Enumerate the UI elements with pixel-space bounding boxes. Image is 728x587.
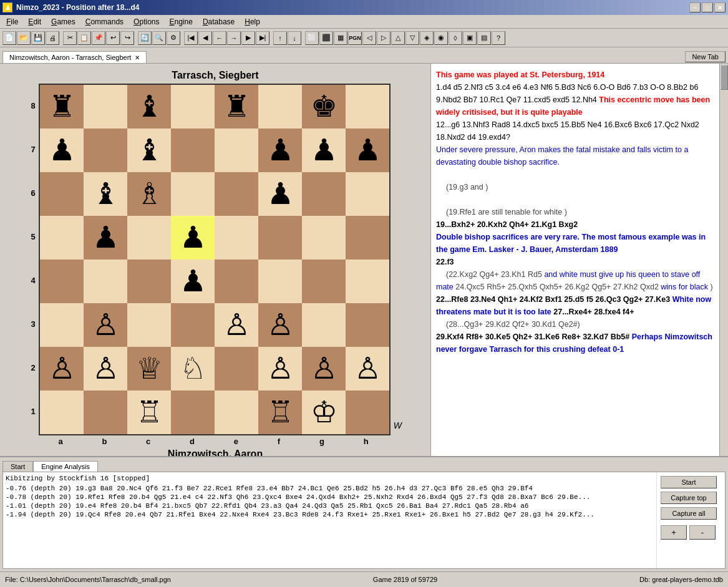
cell-e3[interactable]: ♙ [215, 303, 258, 347]
cell-d5[interactable]: ♟ [171, 216, 215, 260]
chess-board[interactable]: ♜ ♝ ♜ ♚ ♟ ♝ ♟ ♟ ♟ [39, 84, 391, 435]
cell-b5[interactable]: ♟ [84, 216, 127, 260]
tb-cut[interactable]: ✂ [63, 31, 77, 45]
tb-v4[interactable]: ▽ [405, 31, 419, 45]
cell-h4[interactable] [346, 260, 389, 303]
cell-f7[interactable]: ♟ [258, 129, 302, 172]
cell-g7[interactable]: ♟ [302, 129, 346, 172]
cell-b4[interactable] [84, 260, 127, 303]
cell-g3[interactable] [302, 303, 346, 347]
close-button[interactable]: ✕ [714, 2, 726, 12]
cell-e5[interactable] [215, 216, 258, 260]
cell-f8[interactable] [258, 85, 302, 129]
tb-paste[interactable]: 📌 [92, 31, 105, 45]
cell-h2[interactable]: ♙ [346, 347, 389, 391]
cell-a4[interactable] [40, 260, 84, 303]
tb-v8[interactable]: ▣ [463, 31, 477, 45]
cell-f2[interactable]: ♙ [258, 347, 302, 391]
cell-c5[interactable] [127, 216, 171, 260]
cell-b8[interactable] [84, 85, 127, 129]
cell-c7[interactable]: ♝ [127, 129, 171, 172]
cell-d2[interactable]: ♘ [171, 347, 215, 391]
engine-minus-button[interactable]: - [689, 525, 716, 540]
cell-b7[interactable] [84, 129, 127, 172]
tb-v6[interactable]: ◉ [434, 31, 448, 45]
cell-g6[interactable] [302, 172, 346, 216]
tb-v9[interactable]: ▤ [477, 31, 491, 45]
cell-c6[interactable]: ♗ [127, 172, 171, 216]
cell-b6[interactable]: ♝ [84, 172, 127, 216]
tb-v3[interactable]: △ [391, 31, 405, 45]
engine-capture-top-button[interactable]: Capture top [661, 492, 717, 504]
menu-database[interactable]: Database [198, 16, 240, 27]
cell-b3[interactable]: ♙ [84, 303, 127, 347]
cell-a6[interactable] [40, 172, 84, 216]
tb-down[interactable]: ↓ [288, 31, 301, 45]
tab-start[interactable]: Start [2, 461, 33, 472]
cell-d6[interactable] [171, 172, 215, 216]
tb-undo[interactable]: ↩ [106, 31, 120, 45]
tb-forward[interactable]: → [227, 31, 241, 45]
tb-v5[interactable]: ◈ [420, 31, 434, 45]
new-tab-button[interactable]: New Tab [685, 51, 726, 62]
tb-copy[interactable]: 📋 [77, 31, 91, 45]
tb-v1[interactable]: ◁ [362, 31, 376, 45]
tb-view3[interactable]: ▦ [334, 31, 347, 45]
tb-last[interactable]: ▶| [256, 31, 269, 45]
tb-search[interactable]: 🔍 [152, 31, 166, 45]
cell-b1[interactable] [84, 391, 127, 434]
tb-save[interactable]: 💾 [31, 31, 45, 45]
cell-d7[interactable] [171, 129, 215, 172]
engine-start-button[interactable]: Start [661, 476, 717, 488]
menu-edit[interactable]: Edit [23, 16, 46, 27]
tb-help[interactable]: ? [492, 31, 505, 45]
cell-h5[interactable] [346, 216, 389, 260]
cell-d4[interactable]: ♟ [171, 260, 215, 303]
cell-g5[interactable] [302, 216, 346, 260]
cell-a7[interactable]: ♟ [40, 129, 84, 172]
minimize-button[interactable]: ─ [689, 2, 701, 12]
engine-plus-button[interactable]: + [661, 525, 687, 540]
cell-c8[interactable]: ♝ [127, 85, 171, 129]
cell-f6[interactable]: ♟ [258, 172, 302, 216]
cell-a8[interactable]: ♜ [40, 85, 84, 129]
tab-engine-analysis[interactable]: Engine Analysis [33, 461, 98, 472]
menu-file[interactable]: File [1, 16, 23, 27]
cell-a2[interactable]: ♙ [40, 347, 84, 391]
tab-close-button[interactable]: ✕ [135, 54, 140, 61]
cell-d1[interactable] [171, 391, 215, 434]
tb-redo[interactable]: ↪ [120, 31, 134, 45]
menu-commands[interactable]: Commands [80, 16, 129, 27]
cell-h8[interactable] [346, 85, 389, 129]
game-tab[interactable]: Nimzowitsch, Aaron - Tarrasch, Siegbert … [2, 51, 147, 63]
cell-g1[interactable]: ♔ [302, 391, 346, 434]
cell-f5[interactable] [258, 216, 302, 260]
cell-e6[interactable] [215, 172, 258, 216]
tb-filter[interactable]: ⚙ [167, 31, 180, 45]
maximize-button[interactable]: □ [702, 2, 713, 12]
cell-e1[interactable] [215, 391, 258, 434]
cell-h1[interactable] [346, 391, 389, 434]
cell-g4[interactable] [302, 260, 346, 303]
cell-a5[interactable] [40, 216, 84, 260]
cell-a3[interactable] [40, 303, 84, 347]
menu-games[interactable]: Games [46, 16, 80, 27]
tb-first[interactable]: |◀ [184, 31, 198, 45]
cell-c3[interactable] [127, 303, 171, 347]
menu-help[interactable]: Help [240, 16, 265, 27]
engine-capture-all-button[interactable]: Capture all [661, 507, 717, 520]
tb-view1[interactable]: ⬜ [305, 31, 319, 45]
cell-h7[interactable]: ♟ [346, 129, 389, 172]
scrollbar-thumb[interactable] [721, 65, 728, 90]
cell-e8[interactable]: ♜ [215, 85, 258, 129]
cell-h6[interactable] [346, 172, 389, 216]
tb-prev[interactable]: ◀ [198, 31, 212, 45]
tb-next[interactable]: ▶ [241, 31, 255, 45]
tb-open[interactable]: 📂 [17, 31, 31, 45]
cell-g2[interactable]: ♙ [302, 347, 346, 391]
cell-a1[interactable] [40, 391, 84, 434]
cell-e7[interactable] [215, 129, 258, 172]
tb-v2[interactable]: ▷ [377, 31, 391, 45]
tb-print[interactable]: 🖨 [46, 31, 59, 45]
cell-f1[interactable]: ♖ [258, 391, 302, 434]
